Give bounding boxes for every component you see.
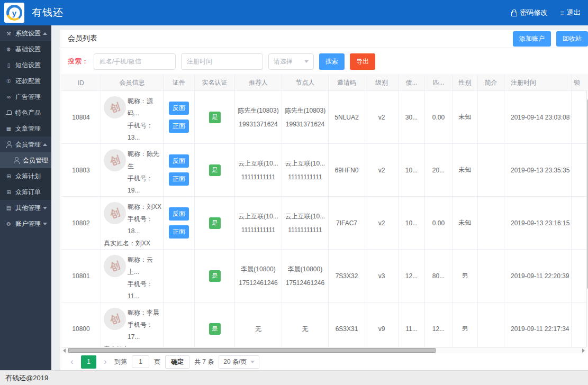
current-page-button[interactable]: 1 bbox=[81, 355, 96, 369]
sidebar-item-other-management[interactable]: ▤其他管理 bbox=[0, 200, 51, 216]
avatar-glyph: 创 bbox=[108, 259, 121, 273]
cell-referrer: 陈先生(10803)19931371624 bbox=[235, 91, 282, 143]
recycle-bin-button[interactable]: 回收站 bbox=[556, 31, 588, 47]
member-nickname: 昵称：刘XX bbox=[128, 201, 162, 213]
cell-id: 10804 bbox=[61, 91, 101, 143]
cell-debt: 12... bbox=[399, 250, 425, 302]
avatar-glyph: 创 bbox=[108, 153, 121, 168]
cert-back-button[interactable]: 反面 bbox=[169, 102, 189, 115]
cell-verified: 是 bbox=[195, 302, 235, 353]
horizontal-scrollbar[interactable] bbox=[61, 347, 586, 353]
change-password-button[interactable]: 密码修改 bbox=[511, 8, 547, 17]
person-name: 陈先生(10803) bbox=[238, 104, 278, 117]
page-size-select[interactable]: 20 条/页 bbox=[219, 355, 259, 369]
person-icon bbox=[5, 141, 12, 148]
sidebar-item-sms-settings[interactable]: ▯短信设置 bbox=[0, 57, 51, 73]
page-jump-input[interactable] bbox=[132, 355, 149, 368]
table-row: 10803创昵称：陈先生手机号：19...真实姓名：陈先生身份证号：441324… bbox=[61, 144, 588, 197]
sidebar-item-system-settings[interactable]: ⚒系统设置 bbox=[0, 25, 51, 41]
main-content: 会员列表 添加账户 回收站 搜索： 请选择 搜索 导出 ID会员信息证件实名认证… bbox=[51, 25, 588, 370]
cert-front-button[interactable]: 正面 bbox=[169, 172, 189, 186]
table-row: 10802创昵称：刘XX手机号：18...真实姓名：刘XX身份证号：330781… bbox=[61, 197, 588, 250]
logout-button[interactable]: ≡ 退出 bbox=[560, 8, 581, 17]
search-button[interactable]: 搜索 bbox=[319, 53, 345, 70]
cell-id: 10803 bbox=[61, 144, 101, 196]
cell-invite: 7S3X32 bbox=[329, 250, 365, 302]
column-header-gender: 性别 bbox=[453, 75, 478, 90]
cell-match: 80... bbox=[425, 250, 453, 302]
phone-icon: ▯ bbox=[7, 62, 11, 68]
avatar-glyph: 创 bbox=[108, 206, 121, 221]
column-header-info: 会员信息 bbox=[101, 75, 164, 90]
cell-referrer: 李晨(10800)17512461246 bbox=[235, 250, 282, 302]
chevron-down-icon bbox=[304, 60, 309, 63]
sidebar-item-label: 基础设置 bbox=[15, 45, 41, 54]
sidebar-item-basic-settings[interactable]: ⚙基础设置 bbox=[0, 41, 51, 57]
filter-select[interactable]: 请选择 bbox=[268, 53, 314, 70]
chevron-down-icon bbox=[43, 223, 47, 225]
cell-register-time: 2019-09-11 22:20:39 bbox=[504, 250, 572, 302]
cell-invite: 69HFN0 bbox=[329, 144, 365, 196]
sidebar-item-article-management[interactable]: ▦文章管理 bbox=[0, 121, 51, 136]
verified-badge: 是 bbox=[209, 270, 221, 282]
cell-referrer: 无 bbox=[235, 302, 282, 353]
prev-page-button[interactable]: ‹ bbox=[68, 357, 76, 366]
avatar: 创 bbox=[104, 255, 126, 277]
cert-back-button[interactable]: 反面 bbox=[169, 207, 189, 221]
search-name-input[interactable] bbox=[94, 53, 176, 70]
add-account-button[interactable]: 添加账户 bbox=[513, 31, 551, 47]
cell-certs bbox=[164, 302, 195, 353]
horizontal-scrollbar-thumb[interactable] bbox=[68, 348, 436, 353]
member-realname: 真实姓名：刘XX bbox=[104, 237, 162, 249]
chevron-down-icon bbox=[43, 207, 47, 209]
person-phone: 11111111111 bbox=[238, 223, 278, 237]
cell-debt: 10... bbox=[399, 144, 425, 196]
sidebar-item-member-management-group[interactable]: 会员管理 bbox=[0, 136, 51, 152]
scroll-left-icon[interactable] bbox=[63, 349, 66, 353]
app-logo: y bbox=[4, 3, 24, 23]
cert-front-button[interactable]: 正面 bbox=[169, 120, 189, 133]
panel-header: 会员列表 添加账户 回收站 bbox=[60, 30, 588, 48]
cell-level: v2 bbox=[365, 144, 399, 196]
sidebar-item-featured-products[interactable]: 特色产品 bbox=[0, 105, 51, 121]
verified-badge: 是 bbox=[209, 323, 221, 335]
sidebar-item-member-management[interactable]: 会员管理 bbox=[0, 152, 51, 168]
lock-icon bbox=[511, 10, 517, 16]
cell-verified: 是 bbox=[195, 197, 235, 249]
sidebar-item-crowdfund-plan[interactable]: ⊞众筹计划 bbox=[0, 168, 51, 184]
cell-register-time: 2019-09-13 23:16:15 bbox=[504, 197, 572, 249]
cert-back-button[interactable]: 反面 bbox=[169, 154, 189, 168]
sidebar-item-crowdfund-orders[interactable]: ⊞众筹订单 bbox=[0, 184, 51, 200]
next-page-button[interactable]: › bbox=[101, 357, 110, 366]
cell-intro bbox=[478, 302, 504, 353]
avatar: 创 bbox=[104, 96, 126, 118]
column-header-lock: 锁 bbox=[572, 75, 588, 90]
person-name: 云上互联(10... bbox=[238, 209, 278, 223]
person-name: 李晨(10800) bbox=[286, 262, 324, 276]
cell-verified: 是 bbox=[195, 91, 235, 143]
chevron-up-icon bbox=[43, 143, 47, 146]
register-time-input[interactable] bbox=[181, 53, 263, 70]
cell-debt: 30... bbox=[399, 91, 425, 143]
cell-gender: 未知 bbox=[453, 91, 478, 143]
sidebar-item-ad-management[interactable]: ∞广告管理 bbox=[0, 89, 51, 105]
scroll-right-icon[interactable] bbox=[582, 349, 585, 353]
table-row: 10804创昵称：源码...手机号：13...真实姓名：123身份证号：3325… bbox=[61, 91, 588, 144]
cert-front-button[interactable]: 正面 bbox=[169, 225, 189, 239]
sidebar-item-account-management[interactable]: ⚙账户管理 bbox=[0, 216, 51, 232]
circle-one-icon: ① bbox=[6, 78, 11, 84]
avatar-glyph: 创 bbox=[108, 100, 121, 115]
cell-id: 10800 bbox=[61, 302, 101, 353]
cell-referrer: 云上互联(10...11111111111 bbox=[235, 144, 282, 196]
sidebar-item-repayment-config[interactable]: ①还款配置 bbox=[0, 73, 51, 89]
person-name: 李晨(10800) bbox=[239, 262, 277, 276]
chevron-down-icon bbox=[250, 361, 255, 363]
cell-lock bbox=[572, 197, 588, 249]
export-button[interactable]: 导出 bbox=[350, 53, 375, 70]
person-icon bbox=[6, 141, 12, 148]
cell-intro bbox=[478, 144, 504, 196]
confirm-page-button[interactable]: 确定 bbox=[165, 355, 189, 369]
cell-gender: 男 bbox=[453, 302, 478, 353]
circle-one-icon: ① bbox=[5, 78, 12, 84]
cell-member-info: 创昵称：源码...手机号：13...真实姓名：123身份证号：332525... bbox=[101, 91, 164, 143]
